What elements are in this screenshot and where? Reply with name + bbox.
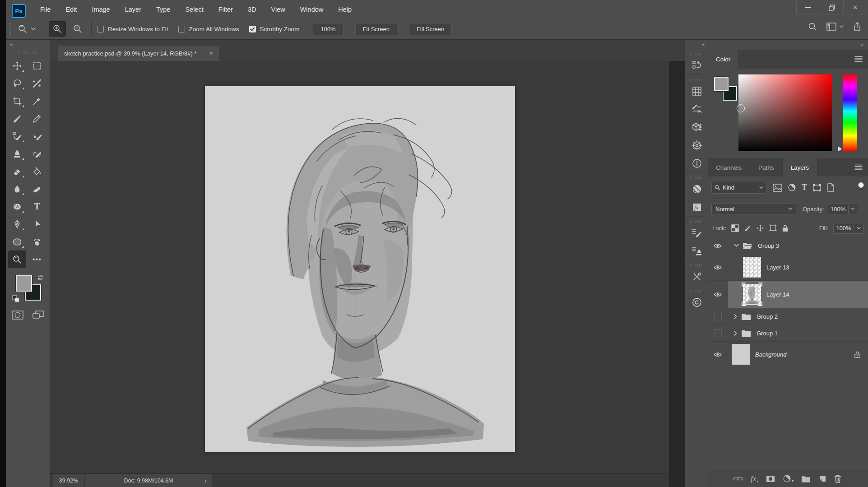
layer-row-layer13[interactable]: Layer 13 [708,254,868,281]
tool-preset-picker[interactable] [18,24,36,34]
restore-button[interactable] [820,1,844,14]
menu-type[interactable]: Type [153,5,173,14]
document-tab[interactable]: sketch practice.psd @ 39.9% (Layer 14, R… [58,46,219,61]
lock-artboard-icon[interactable] [769,224,777,232]
new-group-button[interactable] [801,475,811,482]
chevron-right-icon[interactable] [734,331,738,336]
layer-row-group1[interactable]: Group 1 [708,325,868,342]
tool-direct-selection[interactable] [28,215,46,233]
history-panel-button[interactable] [685,56,708,74]
checkbox-box[interactable] [178,26,185,32]
filter-toggle[interactable] [858,182,864,193]
layer-name[interactable]: Group 3 [758,242,779,249]
tool-type[interactable]: T [28,198,46,215]
expand-dock-button[interactable]: « [685,40,708,49]
menu-select[interactable]: Select [182,5,206,14]
layer-row-group2[interactable]: Group 2 [708,308,868,325]
quick-mask-icon[interactable] [12,311,23,320]
lock-image-icon[interactable] [744,224,752,232]
lock-transparency-icon[interactable] [731,224,739,232]
menu-window[interactable]: Window [297,5,326,14]
swatches-panel-button[interactable] [685,82,708,100]
add-layer-mask-button[interactable] [766,475,775,482]
blend-mode-select[interactable]: Normal [711,204,796,214]
share-icon[interactable] [853,22,862,32]
saturation-brightness-field[interactable] [738,74,832,151]
menu-layer[interactable]: Layer [122,5,144,14]
swap-colors-icon[interactable] [37,274,44,281]
tool-art-history-brush[interactable] [28,145,46,162]
close-button[interactable]: × [843,1,867,14]
tool-zoom[interactable] [8,250,26,268]
checkbox-box[interactable] [249,26,256,32]
lock-all-icon[interactable] [782,224,789,232]
delete-layer-button[interactable] [834,475,841,483]
fill-value[interactable]: 100% [834,225,854,232]
tool-smudge[interactable] [28,180,46,198]
filter-kind-select[interactable]: Kind [711,182,766,194]
fill-screen-button[interactable]: Fill Screen [409,23,452,35]
menu-filter[interactable]: Filter [216,5,236,14]
filter-shape-layers-icon[interactable] [812,184,822,192]
filter-pixel-layers-icon[interactable] [773,184,782,192]
tool-eraser[interactable] [8,162,26,180]
layer-name[interactable]: Background [755,351,786,358]
layer-name[interactable]: Group 1 [757,330,778,337]
layer-thumbnail[interactable] [732,344,750,365]
tool-paint-bucket[interactable] [28,162,46,180]
brush-settings-panel-button[interactable] [685,100,708,118]
filter-type-layers-icon[interactable]: T [802,183,807,192]
tool-crop[interactable] [8,92,26,110]
lock-position-icon[interactable] [757,224,764,232]
filter-smart-objects-icon[interactable] [827,183,835,192]
tool-ellipse-shape[interactable] [8,233,26,250]
tool-pen[interactable] [8,215,26,233]
layer-row-layer14-selected[interactable]: Layer 14 [708,281,868,308]
visibility-toggle[interactable] [708,325,728,341]
color-foreground-swatch[interactable] [714,77,729,91]
panel-menu-icon[interactable] [854,56,863,62]
menu-help[interactable]: Help [335,5,354,14]
visibility-toggle[interactable] [708,281,728,308]
tool-mixer-brush[interactable] [28,127,46,145]
resize-windows-checkbox[interactable]: Resize Windows to Fit [97,26,168,32]
canvas-pasteboard[interactable] [50,61,669,474]
adjustments-panel-button[interactable] [685,180,708,198]
visibility-toggle[interactable] [708,237,728,254]
status-doc-info[interactable]: Doc: 9.98M/104.6M › [85,474,212,487]
layer-style-button[interactable]: fx▾ [751,474,758,483]
menu-view[interactable]: View [269,5,288,14]
tool-history-brush[interactable] [8,127,26,145]
tool-quick-selection[interactable] [28,74,46,92]
status-expander-icon[interactable]: › [204,477,207,484]
fit-screen-button[interactable]: Fit Screen [355,23,397,35]
workspace-switcher[interactable] [826,22,844,31]
link-layers-button[interactable] [733,476,743,482]
collapse-panels-button[interactable]: » [708,40,868,50]
collapse-tools-button[interactable]: « [6,40,50,49]
status-zoom-field[interactable]: 39.92% [53,474,84,487]
hue-slider[interactable] [843,74,857,151]
tool-rectangular-marquee[interactable] [28,57,46,74]
brushes-panel-button[interactable] [685,224,708,242]
hue-slider-handle[interactable] [838,146,842,152]
cc-libraries-panel-button[interactable] [685,293,708,311]
tool-rotate-view[interactable] [28,233,46,250]
opacity-value[interactable]: 100% [828,206,848,213]
tab-layers[interactable]: Layers [783,158,818,176]
visibility-toggle[interactable] [708,342,728,367]
layer-row-background[interactable]: Background [708,342,868,367]
menu-file[interactable]: File [37,5,53,14]
tool-pencil[interactable] [28,110,46,127]
layer-name[interactable]: Group 2 [757,313,778,320]
tool-brush[interactable] [8,110,26,127]
tab-color[interactable]: Color [708,50,739,69]
clone-source-panel-button[interactable] [685,242,708,260]
checkbox-box[interactable] [97,26,104,32]
artboard[interactable] [205,86,515,452]
tool-lasso[interactable] [8,74,26,92]
opacity-dropdown[interactable] [848,204,858,214]
layer-lock-icon[interactable] [854,351,861,358]
search-icon[interactable] [808,22,817,32]
new-adjustment-layer-button[interactable]: ▾ [783,474,794,483]
